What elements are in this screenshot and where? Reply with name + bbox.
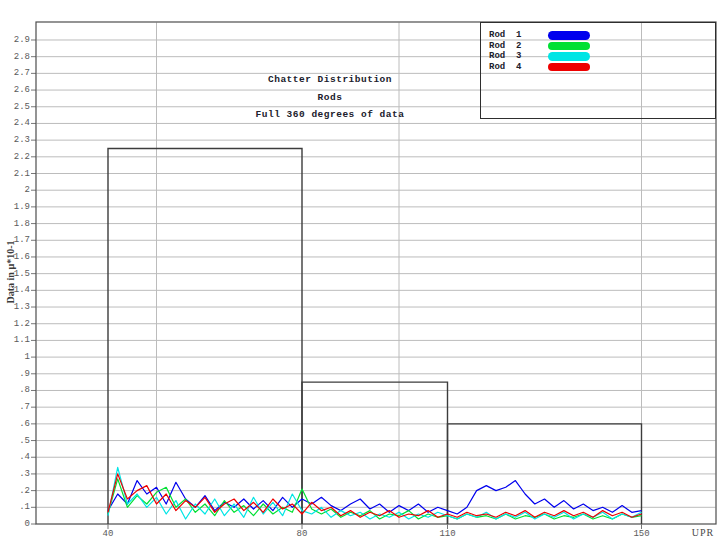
y-tick-label: 1.1 xyxy=(2,335,30,345)
y-tick-label: .3 xyxy=(2,469,30,479)
x-tick-label: 80 xyxy=(287,529,317,539)
legend: Rod 1 Rod 2 Rod 3 Rod 4 xyxy=(480,22,716,119)
chart-subtitle-2: Full 360 degrees of data xyxy=(228,106,432,124)
y-tick-label: .8 xyxy=(2,385,30,395)
y-tick-label: 1 xyxy=(2,352,30,362)
legend-item-rod-2: Rod 2 xyxy=(481,41,715,52)
y-tick-label: 2.6 xyxy=(2,85,30,95)
legend-item-rod-1: Rod 1 xyxy=(481,30,715,41)
y-tick-label: 2.4 xyxy=(2,118,30,128)
y-tick-label: 2.9 xyxy=(2,35,30,45)
series-line-rod-1 xyxy=(108,481,642,514)
x-tick-label: 40 xyxy=(93,529,123,539)
histogram-step-outline xyxy=(302,382,448,524)
y-tick-label: .5 xyxy=(2,436,30,446)
histogram-step-outline xyxy=(108,148,302,524)
chart-title: Chatter Distribution xyxy=(228,71,432,89)
y-tick-label: .7 xyxy=(2,402,30,412)
y-tick-label: .6 xyxy=(2,419,30,429)
y-tick-label: 0 xyxy=(2,519,30,529)
legend-item-rod-3: Rod 3 xyxy=(481,51,715,62)
x-tick-label: 150 xyxy=(627,529,657,539)
legend-item-rod-4: Rod 4 xyxy=(481,62,715,73)
y-tick-label: 2.1 xyxy=(2,169,30,179)
rod-2-color-swatch xyxy=(548,42,590,51)
x-axis-title: UPR xyxy=(686,527,720,538)
y-tick-label: 2.8 xyxy=(2,52,30,62)
y-tick-label: 1.2 xyxy=(2,319,30,329)
rod-1-color-swatch xyxy=(548,31,590,40)
y-tick-label: .1 xyxy=(2,502,30,512)
y-tick-label: 2.5 xyxy=(2,102,30,112)
chart-title-block: Chatter Distribution Rods Full 360 degre… xyxy=(228,71,432,124)
chart-subtitle: Rods xyxy=(228,89,432,107)
legend-label-rod-1: Rod 1 xyxy=(489,30,521,41)
rod-3-color-swatch xyxy=(548,52,590,61)
y-tick-label: .4 xyxy=(2,452,30,462)
series-line-rod-4 xyxy=(108,474,642,517)
y-tick-label: 2.3 xyxy=(2,135,30,145)
legend-label-rod-3: Rod 3 xyxy=(489,51,521,62)
y-tick-label: .2 xyxy=(2,486,30,496)
y-tick-label: 2.7 xyxy=(2,68,30,78)
chatter-distribution-chart: 0.1.2.3.4.5.6.7.8.911.11.21.31.41.51.61.… xyxy=(0,0,723,545)
x-tick-label: 110 xyxy=(433,529,463,539)
y-axis-title: Data in µ*10-1 xyxy=(5,226,17,318)
legend-label-rod-2: Rod 2 xyxy=(489,41,521,52)
y-tick-label: 2 xyxy=(2,185,30,195)
y-tick-label: .9 xyxy=(2,369,30,379)
y-tick-label: 2.2 xyxy=(2,152,30,162)
legend-label-rod-4: Rod 4 xyxy=(489,62,521,73)
y-tick-label: 1.9 xyxy=(2,202,30,212)
rod-4-color-swatch xyxy=(548,63,590,72)
